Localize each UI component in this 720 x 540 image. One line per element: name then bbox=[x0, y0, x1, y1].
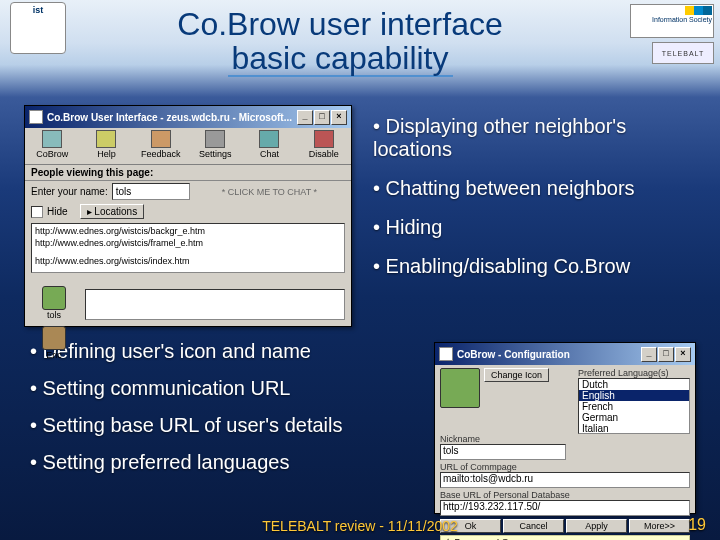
lang-option[interactable]: Dutch bbox=[579, 379, 689, 390]
language-listbox[interactable]: Dutch English French German Italian bbox=[578, 378, 690, 434]
win1-title: Co.Brow User Interface - zeus.wdcb.ru - … bbox=[47, 112, 296, 123]
close-button[interactable]: × bbox=[675, 347, 691, 362]
lang-option-selected[interactable]: English bbox=[579, 390, 689, 401]
close-button[interactable]: × bbox=[331, 110, 347, 125]
logo-ist: ist bbox=[10, 2, 66, 54]
chat-area[interactable] bbox=[85, 289, 345, 320]
tb-cobrow[interactable]: CoBrow bbox=[25, 128, 79, 164]
list-item[interactable]: http://www.ednes.org/wistcis/index.htm bbox=[33, 255, 343, 267]
name-input[interactable]: tols bbox=[112, 183, 190, 200]
maximize-button[interactable]: □ bbox=[314, 110, 330, 125]
cobrow-config-window: CoBrow - Configuration _ □ × Change Icon… bbox=[434, 342, 696, 514]
page-number: 19 bbox=[688, 516, 706, 534]
warning-bar: ⚠ Внимание! Окно приложения. bbox=[440, 535, 690, 540]
cobrow-main-window: Co.Brow User Interface - zeus.wdcb.ru - … bbox=[24, 105, 352, 327]
maximize-button[interactable]: □ bbox=[658, 347, 674, 362]
lang-option[interactable]: German bbox=[579, 412, 689, 423]
baseurl-input[interactable]: http://193.232.117.50/ bbox=[440, 500, 690, 516]
tb-feedback[interactable]: Feedback bbox=[134, 128, 188, 164]
bullets-bottom-left: • Defining user's icon and name • Settin… bbox=[30, 340, 380, 488]
tb-chat[interactable]: Chat bbox=[242, 128, 296, 164]
user-item[interactable]: tols bbox=[31, 286, 77, 320]
user-item[interactable]: Eric bbox=[31, 326, 77, 360]
avatar-preview bbox=[440, 368, 480, 408]
hide-label: Hide bbox=[47, 206, 68, 217]
chat-prompt[interactable]: * CLICK ME TO CHAT * bbox=[194, 187, 345, 197]
nickname-label: Nickname bbox=[440, 434, 690, 444]
slide: ist Information Society TELEBALT Co.Brow… bbox=[0, 0, 720, 540]
nickname-input[interactable]: tols bbox=[440, 444, 566, 460]
lang-option[interactable]: French bbox=[579, 401, 689, 412]
header: ist Information Society TELEBALT Co.Brow… bbox=[0, 2, 720, 72]
url-input[interactable]: mailto:tols@wdcb.ru bbox=[440, 472, 690, 488]
win2-titlebar[interactable]: CoBrow - Configuration _ □ × bbox=[435, 343, 695, 365]
win2-title: CoBrow - Configuration bbox=[457, 349, 640, 360]
logo-information-society: Information Society bbox=[630, 4, 714, 38]
tb-help[interactable]: Help bbox=[79, 128, 133, 164]
win1-titlebar[interactable]: Co.Brow User Interface - zeus.wdcb.ru - … bbox=[25, 106, 351, 128]
baseurl-label: Base URL of Personal Database bbox=[440, 490, 690, 500]
locations-list[interactable]: http://www.ednes.org/wistcis/backgr_e.ht… bbox=[31, 223, 345, 273]
locations-button[interactable]: ▸ Locations bbox=[80, 204, 145, 219]
user-list: tols Eric bbox=[31, 286, 77, 366]
name-label: Enter your name: bbox=[31, 186, 108, 197]
tb-disable[interactable]: Disable bbox=[297, 128, 351, 164]
footer-text: TELEBALT review - 11/11/2002 bbox=[0, 518, 720, 534]
tb-settings[interactable]: Settings bbox=[188, 128, 242, 164]
minimize-button[interactable]: _ bbox=[297, 110, 313, 125]
avatar-icon bbox=[42, 326, 66, 350]
avatar-icon bbox=[42, 286, 66, 310]
change-icon-button[interactable]: Change Icon bbox=[484, 368, 549, 382]
logo-telebalt: TELEBALT bbox=[652, 42, 714, 64]
url-label: URL of Commpage bbox=[440, 462, 690, 472]
pref-lang-label: Preferred Language(s) bbox=[578, 368, 690, 378]
minimize-button[interactable]: _ bbox=[641, 347, 657, 362]
lang-option[interactable]: Italian bbox=[579, 423, 689, 434]
app-icon bbox=[439, 347, 453, 361]
app-icon bbox=[29, 110, 43, 124]
list-item[interactable]: http://www.ednes.org/wistcis/backgr_e.ht… bbox=[33, 225, 343, 237]
slide-title: Co.Brow user interface basic capability bbox=[60, 8, 620, 77]
win1-toolbar: CoBrow Help Feedback Settings Chat Disab… bbox=[25, 128, 351, 165]
bullets-top-right: • Displaying other neighbor's locations … bbox=[373, 115, 708, 294]
list-item[interactable]: http://www.ednes.org/wistcis/framel_e.ht… bbox=[33, 237, 343, 249]
hide-checkbox[interactable] bbox=[31, 206, 43, 218]
people-section: People viewing this page: bbox=[25, 165, 351, 181]
